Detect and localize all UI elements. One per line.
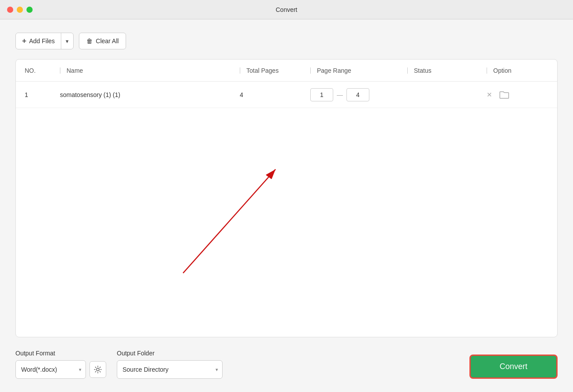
- output-format-label: Output Format: [15, 350, 106, 357]
- trash-icon: [86, 37, 93, 45]
- page-range-dash: —: [337, 91, 343, 98]
- col-divider: [407, 67, 408, 74]
- option-icons: ✕: [487, 91, 548, 99]
- convert-button[interactable]: Convert: [469, 355, 558, 379]
- page-range-start-input[interactable]: [310, 88, 333, 101]
- table-row: 1 somatosensory (1) (1) 4 — ✕: [16, 82, 557, 108]
- arrow-annotation: [16, 82, 557, 337]
- output-folder-group: Output Folder Source Directory Custom...…: [117, 350, 223, 379]
- x-icon: ✕: [487, 91, 492, 99]
- format-select[interactable]: Word(*.docx) PDF Excel(*.xlsx) PowerPoin…: [15, 360, 86, 379]
- folder-icon: [499, 91, 509, 99]
- clear-all-button[interactable]: Clear All: [79, 33, 126, 49]
- minimize-button[interactable]: [17, 7, 23, 13]
- header-no: NO.: [25, 67, 60, 74]
- output-folder-label: Output Folder: [117, 350, 223, 357]
- gear-icon: [94, 366, 102, 373]
- output-format-row: Word(*.docx) PDF Excel(*.xlsx) PowerPoin…: [15, 360, 106, 379]
- clear-all-label: Clear All: [96, 37, 119, 45]
- file-table: NO. Name Total Pages Page Range Status O…: [15, 59, 558, 337]
- svg-line-1: [183, 169, 275, 273]
- col-divider: [487, 67, 487, 74]
- output-format-group: Output Format Word(*.docx) PDF Excel(*.x…: [15, 350, 106, 379]
- format-select-wrapper: Word(*.docx) PDF Excel(*.xlsx) PowerPoin…: [15, 360, 86, 379]
- add-files-main-button[interactable]: Add Files: [16, 33, 61, 49]
- plus-icon: [22, 37, 26, 45]
- cell-no: 1: [25, 91, 60, 98]
- header-status: Status: [407, 67, 487, 74]
- close-button[interactable]: [7, 7, 13, 13]
- page-range-group: —: [310, 88, 407, 101]
- col-divider: [240, 67, 240, 74]
- table-body: 1 somatosensory (1) (1) 4 — ✕: [16, 82, 557, 337]
- page-range-end-input[interactable]: [346, 88, 369, 101]
- open-folder-button[interactable]: [499, 91, 509, 99]
- window-controls: [7, 7, 33, 13]
- add-files-label: Add Files: [29, 37, 55, 45]
- bottom-bar: Output Format Word(*.docx) PDF Excel(*.x…: [15, 350, 558, 379]
- folder-select-wrapper: Source Directory Custom... ▾: [117, 360, 223, 379]
- output-section: Output Format Word(*.docx) PDF Excel(*.x…: [15, 350, 469, 379]
- header-option: Option: [487, 67, 548, 74]
- header-total-pages: Total Pages: [240, 67, 310, 74]
- toolbar: Add Files Clear All: [15, 33, 558, 49]
- col-divider: [60, 67, 60, 74]
- titlebar: Convert: [0, 0, 573, 19]
- table-header: NO. Name Total Pages Page Range Status O…: [16, 60, 557, 82]
- add-files-dropdown-button[interactable]: [61, 33, 73, 49]
- cell-page-range: —: [310, 88, 407, 101]
- folder-select[interactable]: Source Directory Custom...: [117, 360, 223, 379]
- cell-total-pages: 4: [240, 91, 310, 98]
- header-page-range: Page Range: [310, 67, 407, 74]
- main-content: Add Files Clear All NO. Name Total Pag: [0, 19, 573, 392]
- chevron-down-icon: [66, 38, 69, 45]
- settings-button[interactable]: [89, 361, 106, 378]
- header-name: Name: [60, 67, 240, 74]
- delete-row-button[interactable]: ✕: [487, 91, 492, 99]
- add-files-button-group[interactable]: Add Files: [15, 33, 74, 49]
- cell-name: somatosensory (1) (1): [60, 91, 240, 98]
- col-divider: [310, 67, 311, 74]
- window-title: Convert: [275, 6, 297, 13]
- maximize-button[interactable]: [26, 7, 33, 13]
- cell-option: ✕: [487, 91, 548, 99]
- svg-point-2: [97, 368, 99, 371]
